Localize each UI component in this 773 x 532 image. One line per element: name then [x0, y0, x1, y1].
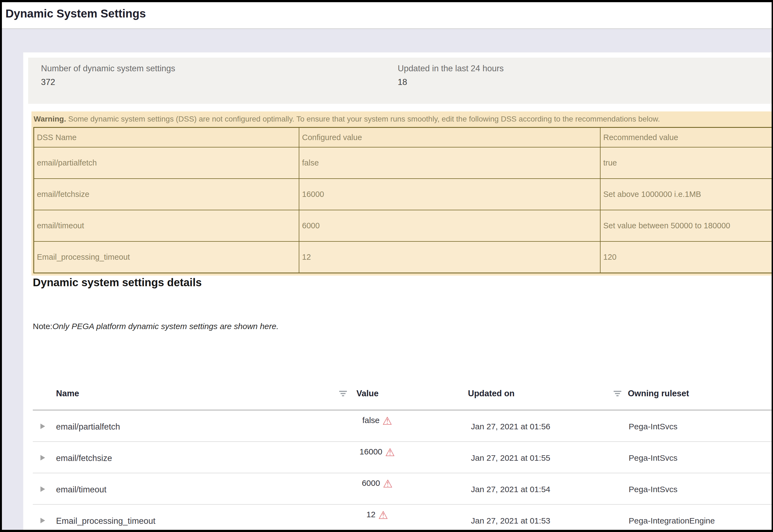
- details-heading: Dynamic system settings details: [33, 276, 202, 289]
- warning-triangle-icon: ⚠: [378, 509, 388, 521]
- details-note: Note:Only PEGA platform dynamic system s…: [33, 322, 279, 331]
- warning-cell-configured: false: [299, 147, 600, 179]
- warning-message: Warning. Some dynamic system settings (D…: [34, 115, 768, 123]
- warning-cell-name: email/partialfetch: [34, 147, 299, 179]
- table-row: email/fetchsize 16000⚠ Jan 27, 2021 at 0…: [33, 442, 773, 473]
- warning-cell-configured: 6000: [299, 210, 600, 241]
- column-header-owning-ruleset: Owning ruleset: [628, 389, 689, 398]
- table-row: email/timeout 6000⚠ Jan 27, 2021 at 01:5…: [33, 473, 773, 505]
- warning-cell-recommended: 120: [600, 241, 773, 273]
- filter-icon[interactable]: [614, 391, 622, 397]
- column-header-name: Name: [56, 389, 79, 398]
- owning-ruleset: Pega-IntSvcs: [629, 422, 677, 431]
- setting-value: 16000: [359, 447, 382, 456]
- filter-icon[interactable]: [339, 391, 347, 397]
- setting-value-cell: 12⚠: [339, 510, 415, 519]
- note-label: Note:: [33, 322, 52, 331]
- warning-triangle-icon: ⚠: [382, 415, 392, 427]
- warning-header-configured-value: Configured value: [299, 128, 600, 147]
- warning-header-dss-name: DSS Name: [34, 128, 299, 147]
- setting-value: false: [362, 416, 379, 425]
- warning-cell-name: email/fetchsize: [34, 179, 299, 210]
- setting-name: email/partialfetch: [56, 422, 120, 432]
- note-text: Only PEGA platform dynamic system settin…: [52, 322, 279, 331]
- warning-header-recommended-value: Recommended value: [600, 128, 773, 147]
- warning-table-row: email/partialfetch false true: [34, 147, 773, 179]
- stat-label: Updated in the last 24 hours: [398, 64, 504, 73]
- table-row: Email_processing_timeout 12⚠ Jan 27, 202…: [33, 505, 773, 532]
- warning-cell-name: email/timeout: [34, 210, 299, 241]
- warning-table-row: Email_processing_timeout 12 120: [34, 241, 773, 273]
- setting-name: email/timeout: [56, 485, 106, 495]
- setting-value: 12: [366, 510, 375, 519]
- title-bar: Dynamic System Settings: [0, 0, 773, 29]
- warning-cell-configured: 12: [299, 241, 600, 273]
- stat-label: Number of dynamic system settings: [41, 64, 175, 73]
- warning-table-row: email/fetchsize 16000 Set above 1000000 …: [34, 179, 773, 210]
- warning-cell-recommended: Set above 1000000 i.e.1MB: [600, 179, 773, 210]
- setting-value-cell: false⚠: [339, 415, 415, 425]
- setting-value: 6000: [362, 478, 380, 487]
- setting-value-cell: 16000⚠: [339, 447, 415, 456]
- warning-cell-configured: 16000: [299, 179, 600, 210]
- owning-ruleset: Pega-IntegrationEngine: [629, 516, 715, 525]
- setting-name: Email_processing_timeout: [56, 516, 155, 526]
- expand-row-arrow-icon[interactable]: [40, 424, 45, 429]
- stat-value: 372: [41, 77, 55, 87]
- warning-triangle-icon: ⚠: [383, 477, 393, 490]
- updated-on: Jan 27, 2021 at 01:53: [471, 516, 550, 525]
- warning-body-text: Some dynamic system settings (DSS) are n…: [66, 115, 660, 123]
- table-row: email/partialfetch false⚠ Jan 27, 2021 a…: [33, 410, 773, 442]
- warning-table-header-row: DSS Name Configured value Recommended va…: [34, 128, 773, 147]
- updated-on: Jan 27, 2021 at 01:54: [471, 485, 550, 494]
- warning-cell-recommended: true: [600, 147, 773, 179]
- owning-ruleset: Pega-IntSvcs: [629, 453, 677, 463]
- dynamic-system-settings-page: Dynamic System Settings Number of dynami…: [0, 0, 773, 532]
- owning-ruleset: Pega-IntSvcs: [629, 485, 677, 494]
- updated-on: Jan 27, 2021 at 01:56: [471, 422, 550, 431]
- warning-table-row: email/timeout 6000 Set value between 500…: [34, 210, 773, 241]
- expand-row-arrow-icon[interactable]: [40, 455, 45, 460]
- dss-warning-table: DSS Name Configured value Recommended va…: [33, 127, 773, 273]
- expand-row-arrow-icon[interactable]: [40, 518, 45, 523]
- stats-summary-card: Number of dynamic system settings 372 Up…: [28, 58, 773, 104]
- updated-on: Jan 27, 2021 at 01:55: [471, 453, 550, 463]
- stat-value: 18: [398, 77, 407, 87]
- column-header-updated-on: Updated on: [468, 389, 515, 398]
- warning-cell-name: Email_processing_timeout: [34, 241, 299, 273]
- details-table-header: Name Value Updated on Owning ruleset: [33, 381, 773, 410]
- expand-row-arrow-icon[interactable]: [40, 486, 45, 492]
- column-header-value: Value: [356, 389, 379, 398]
- setting-name: email/fetchsize: [56, 453, 112, 463]
- warning-cell-recommended: Set value between 50000 to 180000: [600, 210, 773, 241]
- page-title: Dynamic System Settings: [5, 7, 146, 20]
- warning-triangle-icon: ⚠: [385, 446, 395, 459]
- warning-label: Warning.: [34, 115, 66, 123]
- setting-value-cell: 6000⚠: [339, 478, 415, 488]
